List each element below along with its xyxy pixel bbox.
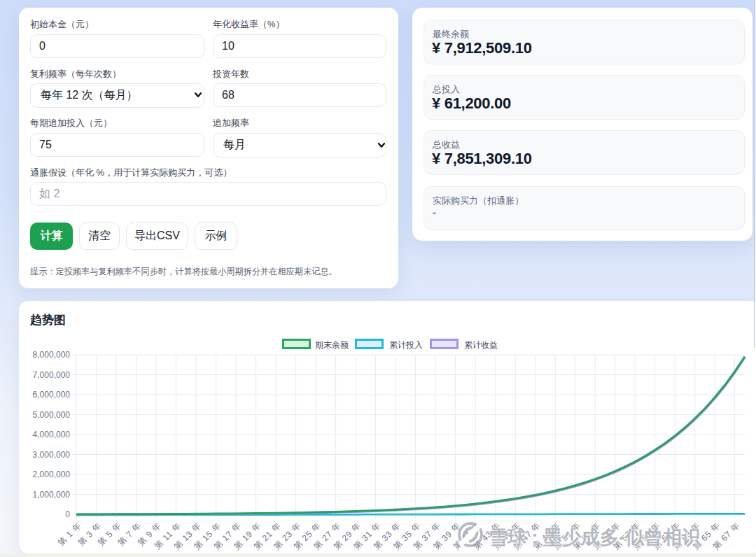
svg-text:5,000,000: 5,000,000 (33, 410, 71, 420)
svg-text:8,000,000: 8,000,000 (33, 350, 71, 360)
svg-text:2,000,000: 2,000,000 (33, 470, 71, 479)
svg-text:0: 0 (65, 509, 70, 519)
svg-text:3,000,000: 3,000,000 (33, 450, 71, 460)
svg-text:1,000,000: 1,000,000 (33, 490, 71, 500)
svg-text:4,000,000: 4,000,000 (33, 430, 71, 439)
svg-text:7,000,000: 7,000,000 (33, 370, 71, 380)
svg-text:6,000,000: 6,000,000 (33, 390, 71, 400)
